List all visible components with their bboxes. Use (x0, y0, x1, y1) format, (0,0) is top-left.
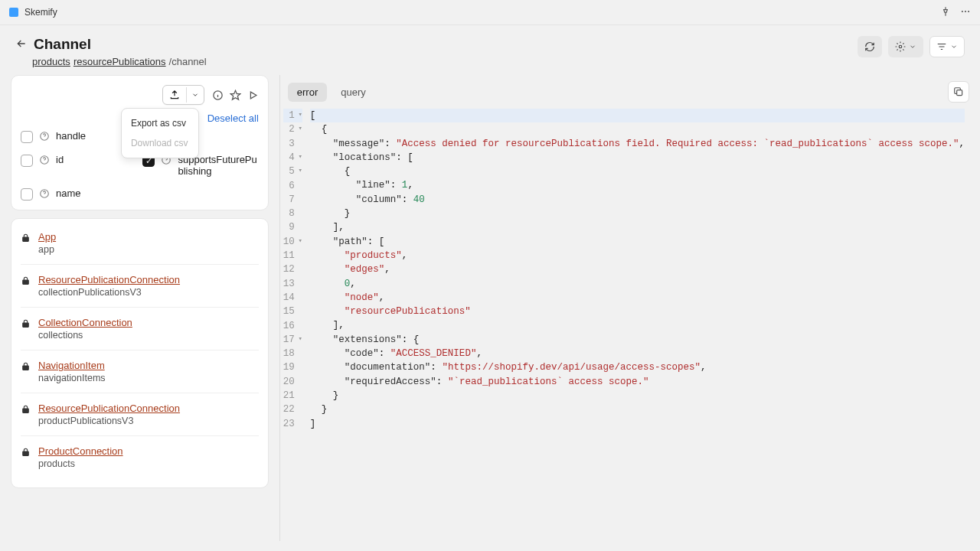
connection-sub: productPublicationsV3 (38, 416, 180, 426)
field-item: id (21, 154, 136, 177)
connection-item: CollectionConnectioncollections (21, 308, 259, 350)
connection-title[interactable]: App (38, 231, 56, 243)
help-icon[interactable] (39, 155, 50, 165)
pin-icon[interactable] (940, 6, 951, 19)
settings-button[interactable] (888, 36, 923, 57)
lock-icon (21, 318, 31, 331)
svg-rect-10 (957, 90, 962, 96)
svg-point-2 (968, 10, 969, 11)
export-button-group (162, 85, 204, 105)
tab-error[interactable]: error (288, 83, 327, 102)
breadcrumb-current: /channel (169, 56, 207, 67)
filter-button[interactable] (929, 36, 965, 57)
svg-point-0 (962, 10, 963, 11)
title-bar: Skemify (0, 0, 980, 25)
help-icon[interactable] (39, 131, 50, 142)
page-header: Channel products resourcePublications /c… (0, 25, 980, 75)
breadcrumb: products resourcePublications /channel (32, 56, 207, 67)
export-button[interactable] (163, 86, 186, 104)
connection-title[interactable]: ResourcePublicationConnection (38, 274, 180, 285)
lock-icon (21, 447, 31, 459)
field-checkbox[interactable] (21, 155, 33, 167)
lock-icon (21, 404, 31, 416)
field-checkbox[interactable] (21, 131, 33, 143)
connection-item: ProductConnectionproducts (21, 436, 259, 478)
connection-title[interactable]: CollectionConnection (38, 317, 132, 328)
play-icon[interactable] (247, 90, 259, 101)
code-area[interactable]: 1▾2▾34▾5▾678910▾11121314151617▾181920212… (280, 109, 969, 530)
info-icon[interactable] (212, 90, 224, 101)
connection-sub: collections (38, 330, 132, 341)
lock-icon (21, 276, 31, 288)
connection-sub: products (38, 458, 123, 469)
field-item: handle (21, 130, 136, 143)
field-label: name (56, 187, 81, 199)
svg-point-1 (965, 10, 966, 11)
connection-item: ResourcePublicationConnectionproductPubl… (21, 393, 259, 436)
field-item: name (21, 187, 136, 201)
export-csv-menu-item[interactable]: Export as csv (122, 113, 198, 133)
lock-icon (21, 233, 31, 245)
connection-item: NavigationItemnavigationItems (21, 350, 259, 393)
connection-title[interactable]: NavigationItem (38, 360, 106, 371)
refresh-button[interactable] (858, 36, 882, 57)
more-icon[interactable] (960, 6, 971, 19)
deselect-all-link[interactable]: Deselect all (207, 112, 259, 124)
connections-card: AppappResourcePublicationConnectioncolle… (11, 218, 269, 488)
lock-icon (21, 361, 31, 373)
field-checkbox[interactable] (21, 188, 33, 201)
breadcrumb-link[interactable]: products (32, 56, 70, 67)
back-button[interactable] (15, 37, 28, 52)
star-icon[interactable] (230, 90, 241, 101)
connection-item: ResourcePublicationConnectioncollectionP… (21, 265, 259, 308)
connection-sub: navigationItems (38, 373, 106, 383)
svg-point-3 (899, 45, 902, 48)
download-csv-menu-item: Download csv (122, 133, 198, 153)
field-label: id (56, 154, 64, 165)
page-title: Channel (34, 36, 91, 53)
breadcrumb-link[interactable]: resourcePublications (74, 56, 166, 67)
fields-card: Export as csv Download csv Deselect all … (11, 75, 269, 210)
help-icon[interactable] (39, 188, 50, 199)
app-icon (9, 8, 18, 17)
tab-query[interactable]: query (332, 83, 375, 102)
connection-sub: collectionPublicationsV3 (38, 287, 180, 298)
field-label: handle (56, 130, 86, 142)
copy-button[interactable] (948, 81, 969, 103)
connection-sub: app (38, 244, 56, 255)
connection-title[interactable]: ProductConnection (38, 445, 123, 457)
app-name: Skemify (24, 7, 57, 18)
export-caret[interactable] (186, 87, 204, 103)
export-menu: Export as csv Download csv (121, 108, 199, 158)
connection-item: Appapp (21, 228, 259, 265)
connection-title[interactable]: ResourcePublicationConnection (38, 403, 180, 414)
